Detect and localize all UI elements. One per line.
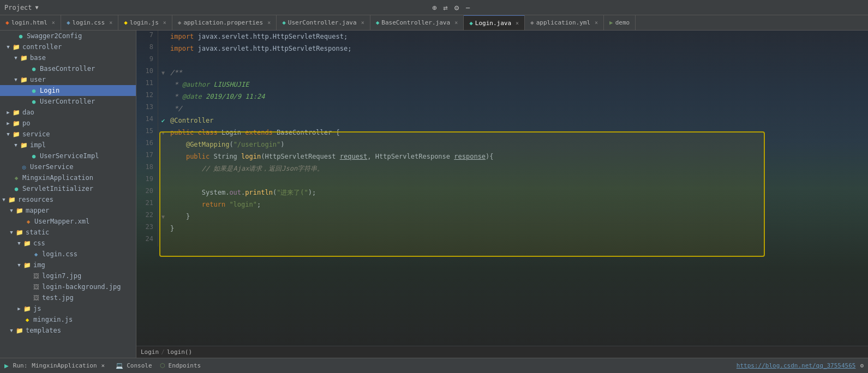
tab-close-icon[interactable]: × bbox=[454, 20, 458, 26]
sidebar-item-templates[interactable]: ▼ 📁 templates bbox=[0, 325, 136, 336]
sidebar-item-servlet-initializer[interactable]: ● ServletInitializer bbox=[0, 183, 136, 194]
line-gutter bbox=[158, 175, 168, 186]
tab-login-html[interactable]: ◆ login.html × bbox=[0, 15, 61, 30]
line-gutter: ▼ bbox=[158, 210, 168, 222]
sidebar-item-js-folder[interactable]: ▶ 📁 js bbox=[0, 303, 136, 314]
code-line-16: 16 @GetMapping("/userLogin") bbox=[136, 139, 868, 151]
fold-icon[interactable]: ▼ bbox=[161, 130, 165, 136]
url-link[interactable]: https://blog.csdn.net/qq_37554565 bbox=[737, 362, 856, 369]
folder-icon: 📁 bbox=[15, 206, 24, 215]
sidebar-item-user-service-impl[interactable]: ● UserServiceImpl bbox=[0, 151, 136, 161]
app-name[interactable]: MingxinApplication bbox=[32, 362, 97, 369]
line-gutter bbox=[158, 151, 168, 163]
arrow-icon: ▼ bbox=[12, 77, 20, 82]
tab-close-icon[interactable]: × bbox=[361, 20, 364, 26]
status-bar-left: ▶ Run: MingxinApplication × 💻 Console ⬡ … bbox=[4, 362, 737, 370]
sidebar-item-mapper[interactable]: ▼ 📁 mapper bbox=[0, 205, 136, 216]
sidebar-item-user[interactable]: ▼ 📁 user bbox=[0, 74, 136, 85]
sidebar-item-label: UserService bbox=[30, 163, 73, 171]
sidebar-item-login[interactable]: ● Login bbox=[0, 85, 136, 96]
sidebar-item-label: po bbox=[22, 119, 30, 127]
sidebar-item-test-jpg[interactable]: 🖼 test.jpg bbox=[0, 292, 136, 303]
tab-application-yml[interactable]: ◆ application.yml × bbox=[525, 15, 604, 30]
split-icon[interactable]: ⇄ bbox=[443, 3, 447, 12]
js-icon: ◆ bbox=[124, 19, 128, 26]
tab-label: Login.java bbox=[475, 20, 511, 27]
sidebar-item-user-mapper-xml[interactable]: ◆ UserMapper.xml bbox=[0, 216, 136, 227]
tab-application-properties[interactable]: ◆ application.properties × bbox=[172, 15, 277, 30]
sidebar-item-mingxin-app[interactable]: ◆ MingxinApplication bbox=[0, 172, 136, 183]
line-gutter bbox=[158, 31, 168, 43]
sidebar-item-impl[interactable]: ▼ 📁 impl bbox=[0, 140, 136, 151]
gear-icon[interactable]: ⚙ bbox=[860, 362, 864, 369]
java-class-icon: ◆ bbox=[12, 173, 21, 182]
sidebar-item-login-background-jpg[interactable]: 🖼 login-background.jpg bbox=[0, 281, 136, 292]
tab-login-css[interactable]: ◆ login.css × bbox=[61, 15, 118, 30]
arrow-icon: ▼ bbox=[8, 328, 15, 333]
tab-label: login.js bbox=[130, 19, 159, 26]
sidebar-item-dao[interactable]: ▶ 📁 dao bbox=[0, 107, 136, 118]
project-label[interactable]: Project bbox=[4, 4, 32, 11]
sidebar-item-css-folder[interactable]: ▼ 📁 css bbox=[0, 238, 136, 249]
java-class-icon: ● bbox=[29, 64, 38, 73]
line-number: 7 bbox=[136, 31, 158, 43]
sidebar-item-service[interactable]: ▼ 📁 service bbox=[0, 129, 136, 140]
run-label: Run: bbox=[13, 362, 28, 369]
breadcrumb-login-method[interactable]: login() bbox=[167, 348, 192, 356]
breadcrumb-login[interactable]: Login bbox=[141, 348, 159, 356]
sidebar-item-base[interactable]: ▼ 📁 base bbox=[0, 52, 136, 63]
tab-close-icon[interactable]: × bbox=[109, 20, 112, 26]
settings-icon[interactable]: ⚙ bbox=[454, 3, 459, 12]
sidebar-item-login-css[interactable]: ◆ login.css bbox=[0, 249, 136, 260]
tab-login-java[interactable]: ◆ Login.java × bbox=[464, 15, 525, 30]
folder-icon: 📁 bbox=[20, 141, 28, 149]
arrow-icon: ▼ bbox=[4, 44, 12, 50]
minimize-icon[interactable]: − bbox=[465, 3, 470, 12]
arrow-icon: ▼ bbox=[0, 197, 8, 202]
close-app-icon[interactable]: × bbox=[101, 362, 105, 369]
java-class-icon: ● bbox=[12, 184, 21, 193]
sidebar-item-img-folder[interactable]: ▼ 📁 img bbox=[0, 260, 136, 270]
sidebar-item-label: templates bbox=[26, 327, 61, 334]
sidebar-item-swagger2config[interactable]: ● Swagger2Config bbox=[0, 31, 136, 41]
fold-icon[interactable]: ▼ bbox=[161, 70, 165, 76]
editor-content[interactable]: 7 import javax.servlet.http.HttpServletR… bbox=[136, 31, 868, 346]
sidebar-item-mingxin-js[interactable]: ◆ mingxin.js bbox=[0, 314, 136, 325]
tab-base-controller[interactable]: ◆ BaseController.java × bbox=[370, 15, 464, 30]
line-code: public String login(HttpServletRequest r… bbox=[168, 151, 868, 163]
add-tab-icon[interactable]: ⊕ bbox=[432, 3, 436, 12]
tab-close-icon[interactable]: × bbox=[163, 20, 166, 26]
sidebar-item-static[interactable]: ▼ 📁 static bbox=[0, 227, 136, 238]
tab-user-controller[interactable]: ◆ UserController.java × bbox=[277, 15, 370, 30]
tab-close-icon[interactable]: × bbox=[267, 20, 271, 26]
tab-close-icon[interactable]: × bbox=[516, 20, 519, 26]
console-label[interactable]: Console bbox=[127, 362, 152, 369]
line-number: 9 bbox=[136, 55, 158, 67]
app-icon: ▶ bbox=[609, 19, 613, 26]
sidebar-item-controller[interactable]: ▼ 📁 controller bbox=[0, 41, 136, 52]
line-code: System.out.println("进来了("); bbox=[168, 186, 868, 198]
line-gutter: ▼ bbox=[158, 127, 168, 139]
status-bar-right: https://blog.csdn.net/qq_37554565 ⚙ bbox=[737, 362, 864, 369]
sidebar-item-user-service[interactable]: ◎ UserService bbox=[0, 161, 136, 172]
sidebar-item-label: controller bbox=[22, 43, 62, 51]
code-line-8: 8 import javax.servlet.http.HttpServletR… bbox=[136, 43, 868, 55]
line-code: @Controller bbox=[168, 115, 868, 127]
sidebar-item-po[interactable]: ▶ 📁 po bbox=[0, 118, 136, 129]
tab-close-icon[interactable]: × bbox=[52, 20, 55, 26]
status-bar: ▶ Run: MingxinApplication × 💻 Console ⬡ … bbox=[0, 358, 868, 373]
sidebar-item-login7-jpg[interactable]: 🖼 login7.jpg bbox=[0, 270, 136, 281]
code-line-19: 19 bbox=[136, 175, 868, 186]
tab-demo[interactable]: ▶ demo bbox=[604, 15, 636, 30]
sidebar-item-base-controller[interactable]: ● BaseController bbox=[0, 63, 136, 74]
endpoints-label[interactable]: Endpoints bbox=[169, 362, 201, 369]
sidebar-item-user-controller[interactable]: ● UserController bbox=[0, 96, 136, 107]
fold-close-icon[interactable]: ▼ bbox=[161, 214, 165, 220]
sidebar-item-resources[interactable]: ▼ 📁 resources bbox=[0, 194, 136, 205]
tab-login-js[interactable]: ◆ login.js × bbox=[118, 15, 172, 30]
line-number: 13 bbox=[136, 103, 158, 115]
java-class-icon: ● bbox=[16, 32, 25, 40]
tab-close-icon[interactable]: × bbox=[595, 20, 598, 26]
image-icon: 🖼 bbox=[32, 272, 40, 280]
line-gutter bbox=[158, 163, 168, 175]
